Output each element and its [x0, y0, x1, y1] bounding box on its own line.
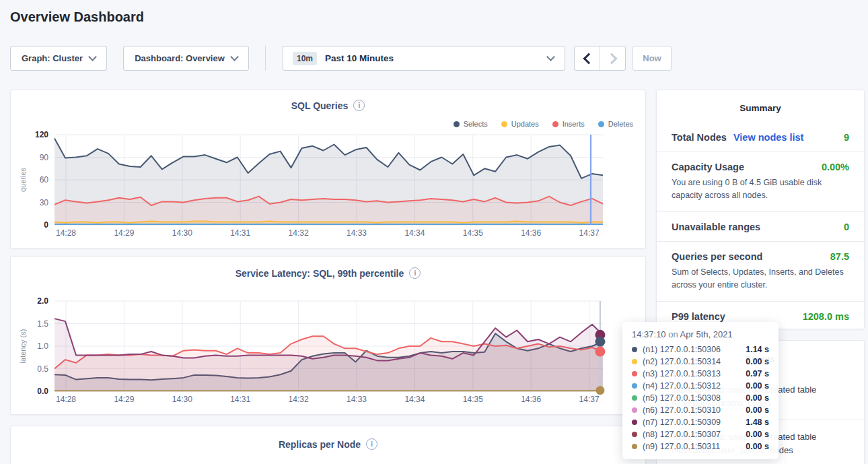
graph-dropdown[interactable]: Graph: Cluster — [10, 46, 107, 71]
tooltip-node-label: (n9) 127.0.0.1:50311 — [643, 442, 720, 451]
controls-divider — [265, 46, 266, 71]
service-latency-chart[interactable]: 14:2814:2914:3014:3114:3214:3314:3414:35… — [11, 257, 645, 414]
summary-item-row: Capacity Usage0.00% — [672, 162, 849, 172]
svg-text:0.5: 0.5 — [37, 364, 48, 374]
summary-item-description: Sum of Selects, Updates, Inserts, and De… — [672, 266, 849, 292]
summary-item-value: 1208.0 ms — [803, 311, 849, 322]
svg-text:14:37: 14:37 — [579, 228, 600, 238]
time-range-label: Past 10 Minutes — [325, 53, 394, 63]
summary-card: Summary Total NodesView nodes list9Capac… — [656, 90, 865, 329]
tooltip-node-row: (n5) 127.0.0.1:503080.00 s — [632, 392, 769, 404]
dashboard-dropdown[interactable]: Dashboard: Overview — [123, 46, 249, 71]
svg-text:60: 60 — [40, 175, 49, 185]
page-title: Overview Dashboard — [10, 9, 144, 25]
summary-body: Total NodesView nodes list9Capacity Usag… — [657, 123, 864, 331]
summary-item: Unavailable ranges0 — [657, 211, 864, 241]
svg-text:14:29: 14:29 — [114, 395, 134, 404]
view-nodes-link[interactable]: View nodes list — [733, 132, 804, 143]
tooltip-rows: (n1) 127.0.0.1:503061.14 s(n2) 127.0.0.1… — [632, 343, 769, 453]
tooltip-node-value: 0.00 s — [746, 393, 769, 403]
now-button[interactable]: Now — [632, 46, 672, 71]
summary-item-title: Capacity Usage — [672, 162, 744, 172]
svg-text:14:29: 14:29 — [114, 228, 134, 238]
summary-item-value: 87.5 — [830, 251, 849, 262]
tooltip-on: on — [668, 329, 678, 339]
svg-text:14:33: 14:33 — [347, 395, 367, 404]
summary-heading: Summary — [657, 90, 864, 113]
series-color-dot — [632, 371, 637, 376]
svg-text:14:32: 14:32 — [289, 395, 309, 404]
replicas-title: Replicas per Node — [279, 439, 361, 450]
svg-text:14:31: 14:31 — [230, 228, 250, 238]
series-color-dot — [632, 347, 637, 352]
tooltip-node-value: 0.97 s — [746, 369, 769, 378]
summary-item: Total NodesView nodes list9 — [657, 123, 864, 152]
svg-text:14:34: 14:34 — [404, 395, 425, 404]
dashboard-dropdown-label: Dashboard: Overview — [135, 53, 225, 63]
series-color-dot — [632, 432, 637, 437]
series-color-dot — [632, 407, 637, 413]
tooltip-node-row: (n7) 127.0.0.1:503091.48 s — [632, 416, 769, 428]
controls-bar: Graph: Cluster Dashboard: Overview 10m P… — [0, 46, 868, 71]
svg-text:0: 0 — [44, 220, 48, 230]
svg-text:120: 120 — [35, 130, 48, 139]
summary-item-row: P99 latency1208.0 ms — [672, 311, 849, 322]
svg-text:1.5: 1.5 — [37, 319, 48, 329]
svg-text:14:31: 14:31 — [230, 395, 250, 404]
svg-text:14:30: 14:30 — [172, 395, 192, 404]
svg-text:1.0: 1.0 — [37, 341, 48, 351]
tooltip-node-row: (n4) 127.0.0.1:503120.00 s — [632, 380, 769, 392]
summary-item-row: Queries per second87.5 — [672, 251, 849, 262]
tooltip-node-row: (n9) 127.0.0.1:503110.00 s — [632, 440, 769, 453]
tooltip-node-row: (n6) 127.0.0.1:503100.00 s — [632, 404, 769, 416]
service-latency-card: Service Latency: SQL, 99th percentile i … — [10, 256, 646, 415]
tooltip-node-row: (n1) 127.0.0.1:503061.14 s — [632, 343, 769, 356]
svg-text:14:35: 14:35 — [463, 395, 483, 404]
series-color-dot — [632, 359, 637, 364]
summary-item-title: Total Nodes — [672, 132, 727, 143]
tooltip-time: 14:37:10 — [632, 329, 666, 339]
svg-text:14:28: 14:28 — [56, 228, 76, 238]
chevron-right-icon — [606, 53, 617, 64]
summary-item-row: Total NodesView nodes list9 — [672, 132, 849, 143]
summary-item-title: P99 latency — [672, 311, 725, 322]
chevron-down-icon — [230, 53, 239, 61]
sql-queries-chart[interactable]: 14:2814:2914:3014:3114:3214:3314:3414:35… — [11, 90, 645, 248]
tooltip-node-label: (n4) 127.0.0.1:50312 — [643, 381, 721, 391]
svg-text:14:33: 14:33 — [347, 228, 367, 238]
svg-text:14:35: 14:35 — [463, 228, 483, 238]
tooltip-node-value: 0.00 s — [746, 430, 769, 439]
svg-text:14:37: 14:37 — [579, 395, 600, 404]
chart-hover-tooltip: 14:37:10 on Apr 5th, 2021 (n1) 127.0.0.1… — [622, 322, 779, 459]
summary-item-title: Unavailable ranges — [672, 222, 760, 232]
summary-item-value: 9 — [844, 132, 849, 143]
info-icon[interactable]: i — [366, 438, 377, 450]
time-range-badge: 10m — [293, 52, 317, 65]
summary-item-row: Unavailable ranges0 — [672, 222, 849, 232]
overview-dashboard-page: Overview Dashboard Graph: Cluster Dashbo… — [0, 0, 868, 464]
svg-text:2.0: 2.0 — [37, 296, 48, 306]
series-color-dot — [632, 383, 637, 389]
summary-item-title: Queries per second — [672, 251, 762, 262]
tooltip-timestamp: 14:37:10 on Apr 5th, 2021 — [632, 329, 769, 339]
tooltip-node-label: (n8) 127.0.0.1:50307 — [643, 430, 721, 439]
series-color-dot — [632, 420, 637, 425]
time-next-button[interactable] — [600, 46, 625, 70]
series-color-dot — [632, 395, 637, 401]
svg-text:latency (s): latency (s) — [19, 329, 27, 364]
replicas-per-node-card: Replicas per Node i — [10, 426, 646, 464]
time-range-dropdown[interactable]: 10m Past 10 Minutes — [283, 46, 565, 71]
time-prev-button[interactable] — [575, 46, 600, 70]
svg-text:14:32: 14:32 — [289, 228, 309, 238]
tooltip-node-value: 0.00 s — [746, 381, 769, 391]
tooltip-node-value: 0.00 s — [746, 357, 769, 366]
tooltip-node-value: 1.14 s — [746, 345, 769, 354]
chevron-left-icon — [583, 53, 594, 64]
svg-text:14:36: 14:36 — [521, 228, 541, 238]
tooltip-node-row: (n2) 127.0.0.1:503140.00 s — [632, 356, 769, 368]
tooltip-node-label: (n3) 127.0.0.1:50313 — [643, 369, 721, 378]
tooltip-node-label: (n2) 127.0.0.1:50314 — [643, 357, 721, 366]
chevron-down-icon — [88, 53, 97, 61]
summary-item: Capacity Usage0.00%You are using 0 B of … — [657, 152, 864, 211]
tooltip-node-value: 1.48 s — [746, 418, 769, 427]
